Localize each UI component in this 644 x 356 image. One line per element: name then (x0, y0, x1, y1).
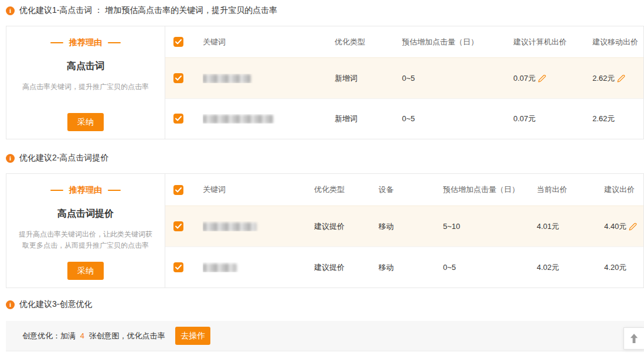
keyword-cell (203, 262, 314, 272)
device-cell: 移动 (379, 221, 443, 232)
col-header-keyword: 关键词 (203, 184, 314, 195)
col-header-keyword: 关键词 (203, 37, 335, 47)
section2-title: 优化建议2-高点击词提价 (19, 153, 108, 163)
reason-badge: 推荐理由 (6, 37, 165, 48)
dash-right (108, 190, 121, 191)
reason-badge: 推荐理由 (6, 185, 165, 196)
reason-badge-label: 推荐理由 (69, 185, 102, 196)
col-header-device: 设备 (379, 184, 443, 195)
recommend-reason-card-1: 推荐理由 高点击词 高点击率关键词，提升推广宝贝的点击率 采纳 (6, 26, 165, 139)
section1-panel: 推荐理由 高点击词 高点击率关键词，提升推广宝贝的点击率 采纳 关键词 优化类型… (6, 26, 644, 139)
pc-bid-cell: 0.07元 (513, 114, 592, 124)
section2-panel: 推荐理由 高点击词提价 提升高点击率关键词出价，让此类关键词获取更多点击，从而提… (6, 173, 644, 288)
keyword-cell (203, 114, 335, 124)
current-bid-cell: 4.02元 (537, 262, 604, 273)
table-row: 新增词 0~5 0.07元 2.62元 (165, 57, 643, 98)
clicks-cell: 5~10 (443, 222, 537, 231)
section3-title: 优化建议3-创意优化 (19, 299, 92, 310)
accept-button[interactable]: 采纳 (67, 262, 104, 280)
table-row: 建议提价 移动 5~10 4.01元 4.40元 (165, 206, 643, 247)
row-checkbox[interactable] (173, 221, 183, 231)
col-header-type: 优化类型 (335, 37, 402, 47)
accept-button[interactable]: 采纳 (67, 113, 104, 131)
creative-text-prefix: 创意优化：加满 (22, 331, 76, 340)
row-check-cell (165, 221, 203, 231)
pc-bid-value: 0.07元 (513, 73, 536, 84)
keyword-blurred (203, 74, 251, 83)
col-header-clicks: 预估增加点击量（日） (443, 184, 537, 195)
keywords-table-1: 关键词 优化类型 预估增加点击量（日） 建议计算机出价 建议移动出价 新增词 0… (165, 26, 643, 139)
mobile-bid-cell: 2.62元 (592, 114, 643, 124)
section1-title: 优化建议1-高点击词 ： 增加预估高点击率的关键词，提升宝贝的点击率 (19, 5, 277, 16)
table-row: 建议提价 移动 0~5 4.02元 4.20元 (165, 247, 643, 287)
keywords-table-2: 关键词 优化类型 设备 预估增加点击量（日） 当前出价 建议出价 建议提价 移动… (165, 174, 643, 287)
edit-pencil-icon[interactable] (617, 74, 625, 83)
col-header-current-bid: 当前出价 (537, 184, 604, 195)
col-header-clicks: 预估增加点击量（日） (402, 37, 513, 47)
info-icon: i (6, 154, 15, 163)
dash-left (50, 190, 63, 191)
col-header-suggested-bid: 建议出价 (604, 184, 643, 195)
section1-header: i 优化建议1-高点击词 ： 增加预估高点击率的关键词，提升宝贝的点击率 (6, 5, 277, 16)
row-check-cell (165, 73, 203, 83)
keyword-cell (203, 74, 335, 83)
mobile-bid-value: 2.62元 (592, 73, 615, 84)
info-icon: i (6, 300, 15, 309)
reason-description: 高点击率关键词，提升推广宝贝的点击率 (6, 81, 165, 93)
creative-optimization-bar: 创意优化：加满 4 张创意图，优化点击率 去操作 (6, 321, 644, 351)
clicks-cell: 0~5 (443, 263, 537, 272)
select-all-checkbox[interactable] (173, 185, 183, 195)
keyword-cell (203, 221, 314, 231)
row-check-cell (165, 262, 203, 272)
keyword-blurred (203, 263, 237, 272)
section2-header: i 优化建议2-高点击词提价 (6, 153, 108, 163)
reason-badge-label: 推荐理由 (69, 37, 102, 48)
creative-image-count: 4 (80, 331, 84, 340)
arrow-up-icon (629, 333, 639, 344)
edit-pencil-icon[interactable] (629, 222, 637, 231)
dash-left (50, 42, 63, 43)
pc-bid-cell: 0.07元 (513, 73, 592, 84)
clicks-cell: 0~5 (402, 114, 513, 123)
back-to-top-button[interactable] (623, 327, 644, 350)
dash-right (108, 42, 121, 43)
creative-text-suffix: 张创意图，优化点击率 (88, 331, 165, 340)
current-bid-cell: 4.01元 (537, 221, 604, 232)
keyword-blurred (203, 222, 257, 231)
reason-title: 高点击词提价 (6, 208, 165, 220)
type-cell: 新增词 (335, 114, 402, 124)
row-checkbox[interactable] (173, 262, 183, 272)
type-cell: 建议提价 (314, 221, 379, 232)
table-row: 新增词 0~5 0.07元 2.62元 (165, 98, 643, 139)
mobile-bid-cell: 2.62元 (592, 73, 643, 84)
col-header-pc-bid: 建议计算机出价 (513, 37, 592, 47)
row-check-cell (165, 114, 203, 124)
table1-header-row: 关键词 优化类型 预估增加点击量（日） 建议计算机出价 建议移动出价 (165, 26, 643, 57)
reason-description: 提升高点击率关键词出价，让此类关键词获取更多点击，从而提升推广宝贝的点击率 (6, 229, 165, 251)
table2-header-row: 关键词 优化类型 设备 预估增加点击量（日） 当前出价 建议出价 (165, 174, 643, 206)
creative-bar-text: 创意优化：加满 4 张创意图，优化点击率 (22, 331, 165, 341)
select-all-checkbox[interactable] (173, 37, 183, 47)
optimization-suggestions-page: i 优化建议1-高点击词 ： 增加预估高点击率的关键词，提升宝贝的点击率 推荐理… (0, 0, 644, 356)
type-cell: 建议提价 (314, 262, 379, 273)
row-checkbox[interactable] (173, 114, 183, 124)
section3-header: i 优化建议3-创意优化 (6, 299, 92, 310)
clicks-cell: 0~5 (402, 74, 513, 83)
go-operate-button[interactable]: 去操作 (175, 327, 210, 345)
info-icon: i (6, 6, 15, 15)
device-cell: 移动 (379, 262, 443, 273)
keyword-blurred (203, 115, 273, 124)
suggested-bid-cell: 4.20元 (604, 262, 643, 273)
type-cell: 新增词 (335, 73, 402, 84)
select-all-cell (165, 185, 203, 195)
col-header-mobile-bid: 建议移动出价 (592, 37, 643, 47)
edit-pencil-icon[interactable] (538, 74, 546, 83)
recommend-reason-card-2: 推荐理由 高点击词提价 提升高点击率关键词出价，让此类关键词获取更多点击，从而提… (6, 174, 165, 287)
suggested-bid-value: 4.40元 (604, 221, 626, 232)
row-checkbox[interactable] (173, 73, 183, 83)
reason-title: 高点击词 (6, 60, 165, 73)
select-all-cell (165, 37, 203, 47)
suggested-bid-cell: 4.40元 (604, 221, 643, 232)
col-header-type: 优化类型 (314, 184, 379, 195)
